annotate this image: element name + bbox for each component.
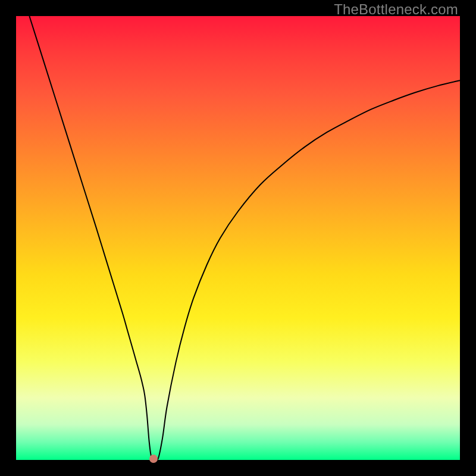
curve-path [29, 16, 460, 460]
chart-frame: TheBottleneck.com [0, 0, 476, 476]
bottleneck-curve [16, 16, 460, 460]
minimum-marker-dot [149, 455, 158, 463]
watermark-text: TheBottleneck.com [334, 1, 458, 18]
